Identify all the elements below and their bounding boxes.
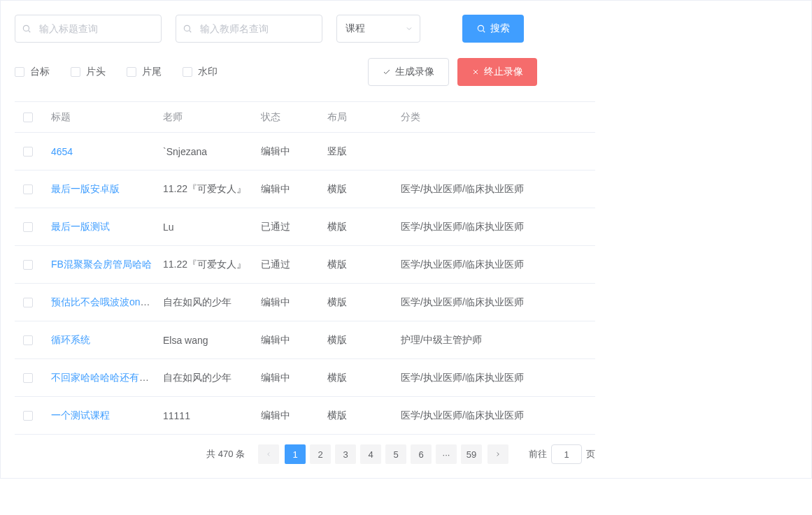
header-category: 分类	[401, 111, 587, 124]
row-layout: 横版	[327, 183, 401, 196]
checkbox-outro[interactable]: 片尾	[127, 66, 162, 78]
row-status: 编辑中	[261, 334, 327, 347]
teacher-search-wrap	[176, 15, 322, 43]
title-search-input[interactable]	[15, 15, 162, 43]
table-row: 一个测试课程11111编辑中横版医学/执业医师/临床执业医师	[15, 397, 595, 435]
row-teacher: 11.22『可爱女人』	[163, 259, 261, 271]
pagination-ellipsis[interactable]: ···	[436, 444, 457, 464]
row-checkbox[interactable]	[23, 222, 33, 232]
row-title-link[interactable]: FB混聚聚会房管局哈哈	[51, 259, 152, 270]
row-layout: 横版	[327, 221, 401, 233]
checkbox-watermark[interactable]: 水印	[183, 66, 218, 78]
row-check-cell	[23, 298, 51, 307]
row-status: 编辑中	[261, 372, 327, 384]
pagination-page[interactable]: 2	[310, 444, 331, 464]
svg-line-5	[483, 31, 485, 33]
pagination-page[interactable]: 1	[285, 444, 306, 464]
teacher-search-input[interactable]	[176, 15, 322, 43]
row-check-cell	[23, 373, 51, 383]
row-layout: 横版	[327, 409, 401, 422]
header-check-cell	[23, 113, 51, 122]
type-select-wrap: 课程	[336, 15, 420, 43]
row-title-link[interactable]: 最后一版测试	[51, 221, 110, 232]
checkbox-label: 水印	[198, 66, 218, 78]
table-row: 不回家哈哈哈哈还有个不不自在如风的少年编辑中横版医学/执业医师/临床执业医师	[15, 359, 595, 397]
checkbox-label: 片头	[86, 66, 106, 78]
row-check-cell	[23, 147, 51, 157]
row-checkbox[interactable]	[23, 335, 33, 345]
search-button[interactable]: 搜索	[462, 15, 524, 43]
row-title-link[interactable]: 4654	[51, 146, 73, 157]
row-category: 医学/执业医师/临床执业医师	[401, 372, 587, 384]
pagination-next[interactable]	[487, 444, 508, 464]
row-checkbox[interactable]	[23, 411, 33, 421]
table-row: 预估比不会哦波波on年农历自在如风的少年编辑中横版医学/执业医师/临床执业医师	[15, 284, 595, 321]
row-title-link[interactable]: 不回家哈哈哈哈还有个不不	[51, 372, 163, 383]
row-status: 编辑中	[261, 296, 327, 309]
row-status: 编辑中	[261, 409, 327, 422]
row-checkbox[interactable]	[23, 184, 33, 194]
select-all-checkbox[interactable]	[23, 113, 33, 122]
row-category: 医学/执业医师/临床执业医师	[401, 259, 587, 271]
row-title-link[interactable]: 最后一版安卓版	[51, 183, 120, 194]
row-check-cell	[23, 335, 51, 345]
row-teacher: 11.22『可爱女人』	[163, 183, 261, 196]
type-select[interactable]: 课程	[336, 15, 420, 43]
row-checkbox[interactable]	[23, 373, 33, 383]
header-layout: 布局	[327, 111, 401, 124]
header-teacher: 老师	[163, 111, 261, 124]
type-select-value: 课程	[346, 22, 365, 35]
pagination-prev[interactable]	[258, 444, 279, 464]
checkbox-label: 台标	[30, 66, 50, 78]
checkbox-intro[interactable]: 片头	[71, 66, 106, 78]
pagination-page[interactable]: 4	[360, 444, 381, 464]
checkbox-logo[interactable]: 台标	[15, 66, 50, 78]
goto-page-input[interactable]	[551, 444, 582, 464]
checkbox-label: 片尾	[142, 66, 162, 78]
svg-point-2	[184, 25, 190, 31]
row-title-link[interactable]: 预估比不会哦波波on年农历	[51, 296, 163, 307]
action-buttons: 生成录像 终止录像	[368, 58, 537, 86]
table-row: FB混聚聚会房管局哈哈11.22『可爱女人』已通过横版医学/执业医师/临床执业医…	[15, 246, 595, 284]
svg-line-3	[190, 31, 192, 33]
search-icon	[22, 24, 31, 34]
generate-record-button[interactable]: 生成录像	[368, 58, 449, 86]
pagination-page[interactable]: 59	[461, 444, 482, 464]
goto-suffix: 页	[586, 448, 595, 460]
row-category: 医学/执业医师/临床执业医师	[401, 296, 587, 309]
row-check-cell	[23, 411, 51, 421]
svg-line-1	[29, 31, 31, 33]
search-icon	[183, 24, 192, 34]
row-checkbox[interactable]	[23, 298, 33, 307]
row-check-cell	[23, 260, 51, 270]
row-teacher: `Snjezana	[163, 146, 261, 157]
row-title-link[interactable]: 循环系统	[51, 334, 90, 345]
stop-record-button[interactable]: 终止录像	[457, 58, 537, 86]
pagination-goto: 前往 页	[529, 444, 595, 464]
table-row: 循环系统Elsa wang编辑中横版护理/中级主管护师	[15, 321, 595, 359]
header-status: 状态	[261, 111, 327, 124]
row-check-cell	[23, 184, 51, 194]
pagination-page[interactable]: 3	[335, 444, 356, 464]
row-category: 护理/中级主管护师	[401, 334, 587, 347]
row-teacher: 自在如风的少年	[163, 372, 261, 384]
row-checkbox[interactable]	[23, 147, 33, 157]
pagination-page[interactable]: 5	[385, 444, 406, 464]
search-bar: 课程 搜索	[15, 15, 797, 43]
checkbox-icon	[71, 67, 80, 77]
button-label: 终止录像	[484, 66, 523, 78]
row-layout: 横版	[327, 334, 401, 347]
row-teacher: 自在如风的少年	[163, 296, 261, 309]
row-category: 医学/执业医师/临床执业医师	[401, 409, 587, 422]
pagination: 共 470 条 123456···59 前往 页	[15, 435, 595, 464]
row-layout: 横版	[327, 259, 401, 271]
checkbox-icon	[183, 67, 192, 77]
row-teacher: 11111	[163, 410, 261, 421]
pagination-page[interactable]: 6	[411, 444, 432, 464]
row-title-link[interactable]: 一个测试课程	[51, 409, 110, 421]
row-checkbox[interactable]	[23, 260, 33, 270]
data-table: 标题 老师 状态 布局 分类 4654`Snjezana编辑中竖版最后一版安卓版…	[15, 101, 595, 435]
row-status: 已通过	[261, 259, 327, 271]
options-row: 台标 片头 片尾 水印 生成录像 终止录像	[15, 58, 797, 86]
pagination-total: 共 470 条	[206, 448, 245, 460]
